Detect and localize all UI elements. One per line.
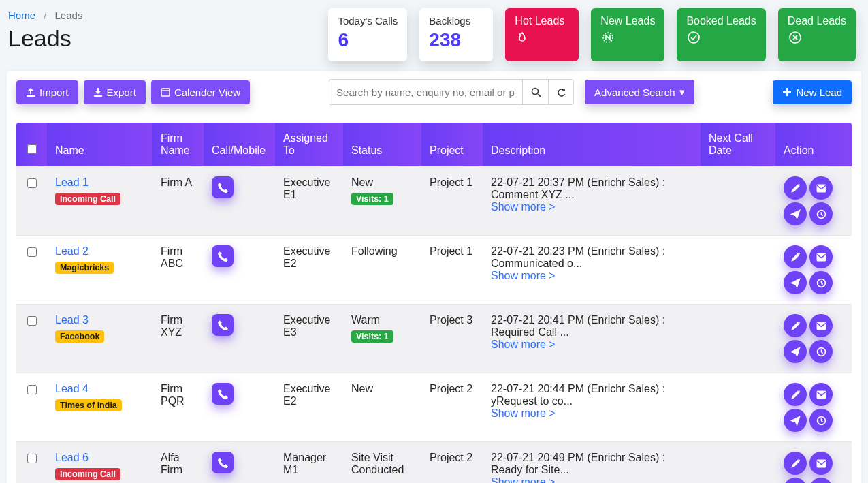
project-cell: Project 3 [421, 305, 483, 373]
stats-cards: Today's Calls 6 Backlogs 238 Hot Leads N… [328, 8, 860, 61]
card-label: Hot Leads [515, 15, 569, 27]
history-button[interactable] [809, 202, 833, 225]
mail-button[interactable] [809, 314, 833, 337]
card-dead-leads[interactable]: Dead Leads [778, 8, 856, 61]
history-button[interactable] [809, 478, 833, 483]
call-button[interactable] [212, 245, 234, 267]
table-row: Lead 1 Incoming Call Firm A Executive E1… [16, 167, 852, 236]
history-button[interactable] [809, 409, 833, 432]
col-name[interactable]: Name [47, 123, 152, 167]
assigned-cell: Executive E3 [275, 305, 343, 373]
send-button[interactable] [784, 340, 807, 363]
show-more-link[interactable]: Show more > [491, 201, 556, 213]
lead-link[interactable]: Lead 4 [55, 383, 89, 394]
mail-button[interactable] [809, 383, 833, 406]
edit-button[interactable] [784, 176, 807, 200]
firm-cell: Firm A [152, 167, 204, 236]
assigned-cell: Manager M1 [275, 442, 343, 484]
next-call-cell [701, 442, 775, 484]
table-row: Lead 2 Magicbricks Firm ABC Executive E2… [16, 236, 852, 305]
project-cell: Project 2 [421, 442, 483, 484]
firm-cell: Firm PQR [152, 373, 204, 442]
action-buttons [784, 176, 843, 225]
history-button[interactable] [809, 340, 833, 363]
edit-button[interactable] [784, 452, 807, 475]
phone-icon [217, 457, 228, 468]
next-call-cell [701, 167, 775, 236]
select-all-checkbox[interactable] [27, 144, 37, 154]
row-checkbox[interactable] [27, 385, 37, 394]
check-circle-icon [686, 30, 756, 48]
col-firm[interactable]: Firm Name [152, 123, 204, 167]
next-call-cell [701, 236, 775, 305]
send-button[interactable] [784, 478, 807, 483]
source-badge: Magicbricks [55, 262, 114, 274]
card-value: 238 [429, 29, 483, 51]
card-new-leads[interactable]: New Leads [591, 8, 664, 61]
edit-button[interactable] [784, 383, 807, 406]
history-button[interactable] [809, 271, 833, 294]
show-more-link[interactable]: Show more > [491, 476, 556, 483]
history-icon [816, 416, 826, 426]
next-call-cell [701, 305, 775, 373]
show-more-link[interactable]: Show more > [491, 339, 556, 350]
show-more-link[interactable]: Show more > [491, 407, 556, 419]
col-action[interactable]: Action [775, 123, 852, 167]
row-checkbox[interactable] [27, 454, 37, 463]
call-button[interactable] [212, 452, 234, 473]
col-desc[interactable]: Description [483, 123, 701, 167]
search-icon [531, 87, 541, 97]
search-button[interactable] [522, 79, 548, 105]
assigned-cell: Executive E1 [275, 167, 343, 236]
call-button[interactable] [212, 176, 234, 198]
row-checkbox[interactable] [27, 247, 37, 257]
new-lead-label: New Lead [796, 87, 842, 98]
edit-button[interactable] [784, 314, 807, 337]
status-cell: New [343, 373, 421, 442]
calendar-view-button[interactable]: Calender View [151, 80, 250, 104]
row-checkbox[interactable] [27, 178, 37, 188]
col-status[interactable]: Status [343, 123, 421, 167]
pencil-icon [790, 390, 801, 400]
mail-button[interactable] [809, 452, 833, 475]
import-button[interactable]: Import [16, 80, 78, 104]
col-assigned[interactable]: Assigned To [275, 123, 343, 167]
col-call[interactable]: Call/Mobile [204, 123, 275, 167]
search-input[interactable] [329, 79, 522, 105]
lead-link[interactable]: Lead 6 [55, 452, 89, 463]
import-label: Import [39, 87, 69, 98]
lead-link[interactable]: Lead 3 [55, 314, 89, 326]
mail-icon [816, 458, 826, 469]
mail-button[interactable] [809, 176, 833, 200]
call-button[interactable] [212, 383, 234, 405]
send-button[interactable] [784, 202, 807, 225]
export-button[interactable]: Export [84, 80, 146, 104]
row-checkbox[interactable] [27, 316, 37, 326]
mail-button[interactable] [809, 245, 833, 268]
show-more-link[interactable]: Show more > [491, 270, 556, 281]
mail-icon [816, 252, 826, 262]
lead-link[interactable]: Lead 2 [55, 245, 89, 257]
send-button[interactable] [784, 409, 807, 432]
visits-badge: Visits: 1 [351, 193, 393, 205]
col-next[interactable]: Next Call Date [701, 123, 775, 167]
status-cell: WarmVisits: 1 [343, 305, 421, 373]
breadcrumb-home[interactable]: Home [8, 10, 35, 21]
lead-link[interactable]: Lead 1 [55, 176, 89, 188]
edit-button[interactable] [784, 245, 807, 268]
table-row: Lead 6 Incoming Call Alfa Firm Manager M… [16, 442, 852, 484]
action-buttons [784, 452, 843, 483]
advanced-search-button[interactable]: Advanced Search ▾ [585, 80, 694, 104]
calendar-label: Calender View [174, 87, 240, 98]
card-booked-leads[interactable]: Booked Leads [677, 8, 765, 61]
refresh-button[interactable] [548, 79, 574, 105]
leads-table: Name Firm Name Call/Mobile Assigned To S… [16, 123, 852, 483]
send-button[interactable] [784, 271, 807, 294]
card-today-calls[interactable]: Today's Calls 6 [328, 8, 407, 61]
new-lead-button[interactable]: New Lead [773, 80, 852, 104]
col-project[interactable]: Project [421, 123, 483, 167]
card-backlogs[interactable]: Backlogs 238 [419, 8, 493, 61]
call-button[interactable] [212, 314, 234, 336]
plus-icon [782, 87, 792, 97]
card-hot-leads[interactable]: Hot Leads [505, 8, 579, 61]
